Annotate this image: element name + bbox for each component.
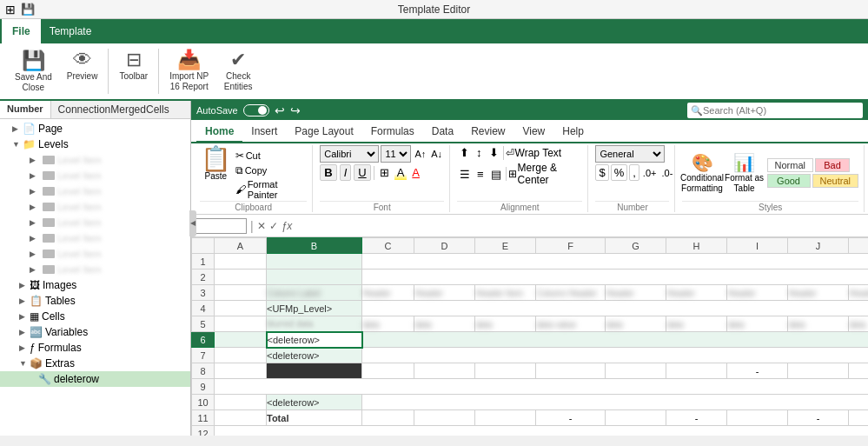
tab-review[interactable]: Review (462, 122, 514, 142)
cell-A11[interactable] (215, 410, 267, 426)
tree-level-item-6[interactable]: ▶ Level Item (30, 230, 190, 246)
font-family-select[interactable]: Calibri (320, 145, 379, 163)
col-header-F[interactable]: F (536, 238, 606, 254)
cell-I8[interactable]: - (727, 363, 788, 379)
cell-A2[interactable] (215, 270, 267, 285)
cancel-formula-btn[interactable]: ✕ (257, 220, 266, 232)
tree-item-tables[interactable]: ▶ 📋 Tables (0, 293, 190, 309)
cell-H11[interactable]: - (666, 410, 727, 426)
cell-B7[interactable]: <deleterow> (267, 348, 362, 363)
row-header[interactable]: 10 (192, 395, 215, 410)
cell-A6[interactable] (215, 332, 267, 348)
italic-btn[interactable]: I (340, 164, 352, 181)
tree-item-formulas[interactable]: ▶ ƒ Formulas (0, 340, 190, 356)
cell-C4[interactable] (362, 301, 869, 316)
tree-item-extras[interactable]: ▼ 📦 Extras (0, 356, 190, 371)
cell-B8-dark[interactable] (267, 363, 362, 379)
percent-btn[interactable]: % (611, 164, 628, 181)
cell-D11[interactable] (414, 410, 475, 426)
tree-item-deleterow[interactable]: 🔧 deleterow (0, 371, 190, 387)
cell-C8[interactable] (362, 363, 414, 379)
cell-B2[interactable] (267, 270, 362, 285)
cell-A12[interactable] (215, 426, 869, 436)
cell-ref-box[interactable]: B6 (195, 218, 247, 234)
cell-K11[interactable] (849, 410, 869, 426)
paste-btn[interactable]: 📋 Paste (200, 145, 232, 183)
tab-pagelayout[interactable]: Page Layout (286, 122, 361, 142)
bold-btn[interactable]: B (320, 164, 336, 181)
file-menu[interactable]: File (2, 19, 41, 43)
cell-C7[interactable] (362, 348, 869, 363)
tree-level-item-5[interactable]: ▶ Level Item (30, 215, 190, 230)
col-header-K[interactable]: K (849, 238, 869, 254)
cell-A7[interactable] (215, 348, 267, 363)
align-left-btn[interactable]: ☰ (457, 167, 473, 182)
cell-F8[interactable] (536, 363, 606, 379)
row-header-6[interactable]: 6 (192, 332, 215, 348)
number-format-select[interactable]: General (595, 145, 665, 163)
tree-level-item-3[interactable]: ▶ Level Item (30, 183, 190, 199)
align-middle-btn[interactable]: ↕ (474, 145, 485, 160)
cell-H3[interactable]: Header (666, 285, 727, 301)
cell-C11[interactable] (362, 410, 414, 426)
align-bottom-btn[interactable]: ⬇ (487, 145, 501, 160)
template-menu[interactable]: Template (41, 19, 101, 43)
cell-J5[interactable]: data (788, 316, 849, 332)
col-header-H[interactable]: H (666, 238, 727, 254)
cell-K8[interactable]: - (849, 363, 869, 379)
row-header[interactable]: 7 (192, 348, 215, 363)
cell-B6-active[interactable]: <deleterow> (267, 332, 362, 348)
tree-level-item-8[interactable]: ▶ Level Item (30, 262, 190, 277)
cell-C5[interactable]: data (362, 316, 414, 332)
tree-level-item-2[interactable]: ▶ Level Item (30, 168, 190, 183)
cell-B3[interactable]: Column Label (267, 285, 362, 301)
cell-K3[interactable]: Header (849, 285, 869, 301)
copy-btn[interactable]: ⧉ Copy (234, 163, 308, 177)
col-header-C[interactable]: C (362, 238, 414, 254)
fill-color-btn[interactable]: A (394, 165, 407, 180)
insert-function-btn[interactable]: ƒx (282, 220, 293, 232)
tree-item-page[interactable]: ▶ 📄 Page (0, 121, 190, 136)
cell-A8[interactable] (215, 363, 267, 379)
conditional-formatting-btn[interactable]: 🎨 Conditional Formatting (682, 150, 721, 196)
col-header-J[interactable]: J (788, 238, 849, 254)
style-normal[interactable]: Normal (767, 158, 813, 172)
toolbar-btn[interactable]: ⊟ Toolbar (112, 45, 155, 97)
cell-J3[interactable]: Header (788, 285, 849, 301)
tree-level-item-1[interactable]: ▶ Level Item (30, 152, 190, 168)
cell-E3[interactable]: Header Item (475, 285, 536, 301)
sidebar-collapse-btn[interactable]: ◀ (189, 210, 196, 236)
row-header[interactable]: 9 (192, 379, 215, 395)
cell-D8[interactable] (414, 363, 475, 379)
cell-C3[interactable]: Header (362, 285, 414, 301)
cell-G11[interactable] (606, 410, 666, 426)
redo-btn[interactable]: ↪ (290, 103, 301, 117)
cell-E8[interactable] (475, 363, 536, 379)
save-close-btn[interactable]: 💾 Save And Close (7, 45, 60, 97)
cell-B11-total[interactable]: Total (267, 410, 362, 426)
tree-level-item-4[interactable]: ▶ Level Item (30, 199, 190, 215)
cell-I5[interactable]: data (727, 316, 788, 332)
decrease-font-btn[interactable]: A↓ (429, 149, 444, 159)
border-btn[interactable]: ⊞ (377, 165, 392, 180)
cell-K5[interactable]: data (849, 316, 869, 332)
check-entities-btn[interactable]: ✔ Check Entities (215, 45, 261, 97)
tab-formulas[interactable]: Formulas (362, 122, 423, 142)
align-top-btn[interactable]: ⬆ (457, 145, 472, 160)
import-btn[interactable]: 📥 Import NP 16 Report (162, 45, 215, 97)
cell-F11[interactable]: - (536, 410, 606, 426)
cell-I11[interactable] (727, 410, 788, 426)
cell-J8[interactable] (788, 363, 849, 379)
cell-A3[interactable] (215, 285, 267, 301)
format-as-table-btn[interactable]: 📊 Format as Table (726, 150, 764, 196)
style-good[interactable]: Good (767, 174, 811, 188)
col-header-B[interactable]: B (267, 238, 362, 254)
cell-B5[interactable]: blurred data (267, 316, 362, 332)
underline-btn[interactable]: U (354, 164, 370, 181)
cell-B1[interactable] (267, 254, 362, 270)
comma-btn[interactable]: , (629, 164, 639, 181)
col-header-I[interactable]: I (727, 238, 788, 254)
save-icon[interactable]: 💾 (21, 3, 35, 16)
cell-J11[interactable]: - (788, 410, 849, 426)
row-header[interactable]: 1 (192, 254, 215, 270)
